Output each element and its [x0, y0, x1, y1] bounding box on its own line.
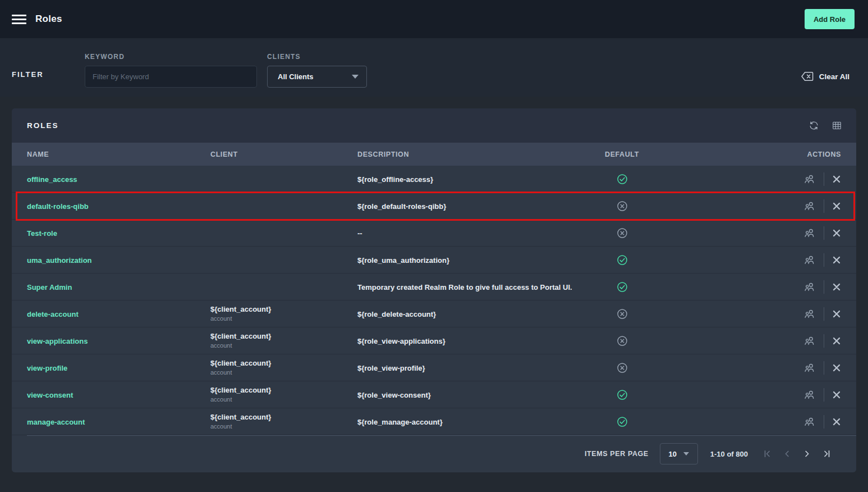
role-name-link[interactable]: view-applications — [27, 337, 88, 345]
actions-cell — [752, 172, 856, 186]
roles-card-title: ROLES — [27, 121, 59, 130]
clients-select[interactable]: All Clients — [267, 66, 367, 88]
description-cell: ${role_manage-account} — [357, 417, 605, 427]
actions-cell — [752, 388, 856, 402]
client-id-text: ${client_account} — [210, 359, 357, 367]
table-row: view-consent ${client_account} account $… — [12, 381, 856, 408]
assign-users-icon[interactable] — [803, 281, 816, 293]
table-body: offline_access ${role_offline-access} — [12, 166, 856, 435]
delete-role-icon[interactable] — [832, 417, 841, 426]
description-cell: Temporary created Realm Role to give ful… — [357, 282, 605, 292]
description-text: ${role_view-profile} — [357, 364, 425, 372]
check-circle-icon — [617, 281, 752, 293]
default-cell — [605, 254, 752, 266]
name-cell: Super Admin — [12, 282, 210, 292]
delete-role-icon[interactable] — [832, 390, 841, 399]
assign-users-icon[interactable] — [803, 254, 816, 266]
description-text: ${role_offline-access} — [357, 175, 433, 184]
delete-role-icon[interactable] — [832, 336, 841, 345]
description-cell: ${role_default-roles-qibb} — [357, 201, 605, 211]
column-header-description: DESCRIPTION — [357, 151, 605, 158]
client-cell: ${client_account} account — [210, 413, 357, 430]
assign-users-icon[interactable] — [803, 227, 816, 239]
top-bar: Roles Add Role — [0, 0, 868, 38]
delete-role-icon[interactable] — [832, 363, 841, 372]
delete-role-icon[interactable] — [832, 283, 841, 291]
clear-all-button[interactable]: Clear All — [801, 71, 849, 82]
client-name-text: account — [210, 423, 357, 430]
role-name-link[interactable]: view-consent — [27, 391, 73, 399]
next-page-button[interactable] — [802, 449, 812, 459]
client-cell: ${client_account} account — [210, 332, 357, 349]
client-cell — [210, 205, 357, 207]
actions-cell — [752, 280, 856, 294]
role-name-link[interactable]: Test-role — [27, 229, 57, 238]
name-cell: Test-role — [12, 228, 210, 238]
roles-card: ROLES NAME CLIENT DESCRIPTION DEFAULT AC… — [12, 108, 856, 472]
clients-selected-value: All Clients — [278, 72, 314, 81]
actions-divider — [824, 280, 824, 294]
role-name-link[interactable]: delete-account — [27, 310, 79, 318]
name-cell: offline_access — [12, 174, 210, 184]
name-cell: view-consent — [12, 390, 210, 400]
delete-role-icon[interactable] — [832, 309, 841, 318]
page-size-select[interactable]: 10 — [660, 443, 698, 464]
table-grid-icon[interactable] — [832, 120, 842, 131]
keyword-label: KEYWORD — [85, 53, 257, 61]
check-circle-icon — [617, 254, 752, 266]
assign-users-icon[interactable] — [803, 362, 816, 374]
table-row: default-roles-qibb ${role_default-roles-… — [12, 193, 856, 220]
chevron-down-icon — [683, 452, 689, 455]
keyword-input[interactable] — [85, 66, 257, 88]
filter-section-label: FILTER — [12, 70, 44, 79]
description-cell: ${role_view-profile} — [357, 363, 605, 373]
delete-role-icon[interactable] — [832, 229, 841, 238]
check-circle-icon — [617, 416, 752, 427]
refresh-icon[interactable] — [809, 120, 819, 131]
delete-role-icon[interactable] — [832, 175, 841, 184]
description-text: ${role_uma_authorization} — [357, 256, 449, 265]
keyword-filter-group: KEYWORD — [85, 53, 257, 88]
assign-users-icon[interactable] — [803, 335, 816, 347]
column-header-default: DEFAULT — [605, 151, 752, 158]
client-id-text: ${client_account} — [210, 332, 357, 340]
client-cell — [210, 178, 357, 180]
cross-circle-icon — [617, 308, 752, 320]
cross-circle-icon — [617, 362, 752, 373]
client-cell — [210, 286, 357, 288]
last-page-button[interactable] — [821, 449, 832, 459]
column-header-name: NAME — [12, 151, 210, 158]
first-page-button[interactable] — [763, 449, 773, 459]
description-text: Temporary created Realm Role to give ful… — [357, 283, 572, 291]
assign-users-icon[interactable] — [803, 200, 816, 212]
name-cell: uma_authorization — [12, 255, 210, 265]
column-header-client: CLIENT — [210, 151, 357, 158]
role-name-link[interactable]: offline_access — [27, 175, 77, 184]
chevron-down-icon — [352, 75, 359, 79]
delete-role-icon[interactable] — [832, 202, 841, 211]
description-text: ${role_view-consent} — [357, 391, 431, 399]
role-name-link[interactable]: uma_authorization — [27, 256, 92, 265]
role-name-link[interactable]: view-profile — [27, 364, 67, 372]
items-per-page-label: ITEMS PER PAGE — [585, 450, 649, 458]
clients-label: CLIENTS — [267, 53, 367, 61]
table-row: Super Admin Temporary created Realm Role… — [12, 274, 856, 300]
delete-role-icon[interactable] — [832, 256, 841, 265]
default-cell — [605, 281, 752, 293]
client-name-text: account — [210, 315, 357, 322]
role-name-link[interactable]: default-roles-qibb — [27, 202, 89, 211]
role-name-link[interactable]: Super Admin — [27, 283, 72, 291]
client-cell — [210, 259, 357, 261]
table-row: Test-role -- — [12, 220, 856, 247]
assign-users-icon[interactable] — [803, 389, 816, 401]
clients-filter-group: CLIENTS All Clients — [267, 53, 367, 88]
add-role-button[interactable]: Add Role — [805, 9, 855, 29]
assign-users-icon[interactable] — [803, 416, 816, 428]
assign-users-icon[interactable] — [803, 173, 816, 185]
backspace-icon — [801, 71, 814, 82]
role-name-link[interactable]: manage-account — [27, 418, 85, 426]
previous-page-button[interactable] — [782, 449, 792, 459]
menu-icon[interactable] — [12, 12, 26, 26]
assign-users-icon[interactable] — [803, 308, 816, 320]
client-cell: ${client_account} account — [210, 359, 357, 376]
